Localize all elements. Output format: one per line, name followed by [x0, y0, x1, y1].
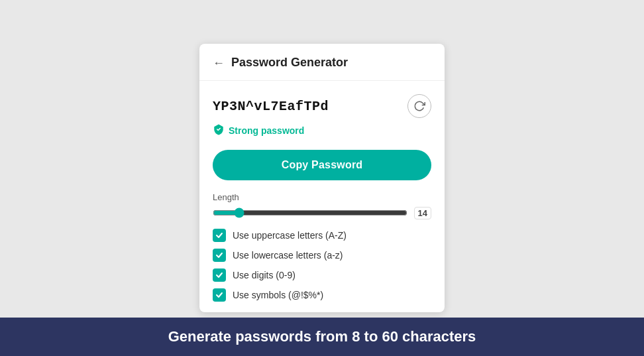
- slider-row: 14: [213, 206, 431, 219]
- list-item: Use symbols (@!$%*): [213, 288, 431, 302]
- checkbox-digits-label: Use digits (0-9): [233, 270, 295, 280]
- copy-password-button[interactable]: Copy Password: [213, 150, 431, 180]
- list-item: Use digits (0-9): [213, 268, 431, 282]
- panel-header: ← Password Generator: [199, 44, 445, 81]
- refresh-button[interactable]: [407, 94, 431, 118]
- panel-body: YP3N^vL7EafTPd Strong password Copy Pass…: [199, 81, 445, 312]
- checkbox-digits[interactable]: [213, 268, 226, 282]
- length-section: Length 14: [213, 192, 431, 219]
- length-slider[interactable]: [213, 208, 407, 218]
- checkbox-symbols-label: Use symbols (@!$%*): [233, 290, 323, 300]
- check-icon: [215, 231, 223, 239]
- list-item: Use uppercase letters (A-Z): [213, 229, 431, 242]
- checkbox-list: Use uppercase letters (A-Z) Use lowercas…: [213, 229, 431, 302]
- length-label: Length: [213, 192, 431, 202]
- generated-password: YP3N^vL7EafTPd: [213, 99, 329, 114]
- password-generator-panel: ← Password Generator YP3N^vL7EafTPd Stro…: [199, 44, 445, 312]
- panel-title: Password Generator: [231, 56, 348, 70]
- check-icon: [215, 251, 223, 259]
- strength-icon: [213, 123, 225, 138]
- checkbox-uppercase[interactable]: [213, 229, 226, 242]
- check-icon: [215, 291, 223, 299]
- banner-text: Generate passwords from 8 to 60 characte…: [168, 328, 476, 345]
- check-icon: [215, 271, 223, 279]
- slider-wrapper: [213, 206, 407, 219]
- checkbox-uppercase-label: Use uppercase letters (A-Z): [233, 230, 347, 241]
- strength-row: Strong password: [213, 123, 431, 138]
- back-button[interactable]: ←: [213, 57, 225, 69]
- strength-label: Strong password: [229, 125, 304, 136]
- password-row: YP3N^vL7EafTPd: [213, 94, 431, 118]
- length-value: 14: [414, 207, 431, 219]
- checkbox-symbols[interactable]: [213, 288, 226, 302]
- refresh-icon: [413, 100, 425, 112]
- checkbox-lowercase[interactable]: [213, 249, 226, 262]
- checkbox-lowercase-label: Use lowercase letters (a-z): [233, 250, 343, 261]
- list-item: Use lowercase letters (a-z): [213, 249, 431, 262]
- bottom-banner: Generate passwords from 8 to 60 characte…: [0, 318, 644, 356]
